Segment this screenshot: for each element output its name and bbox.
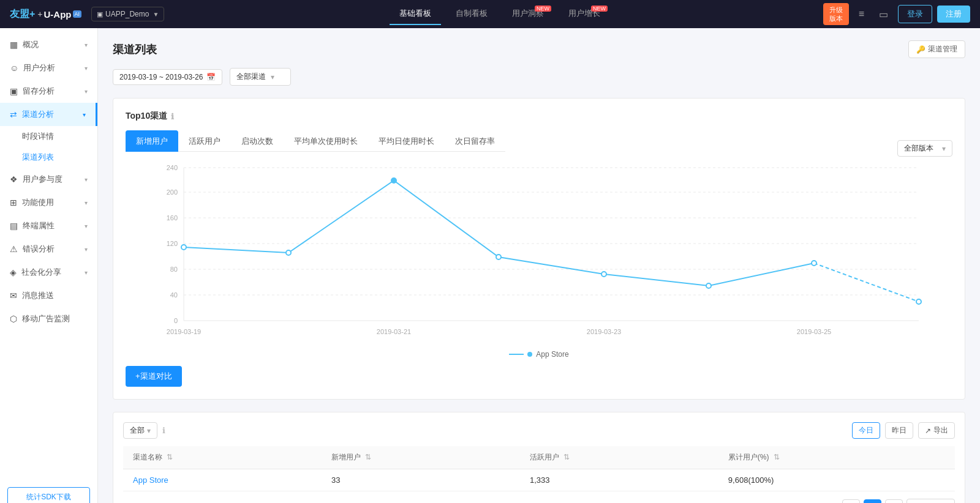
monitor-icon[interactable]: ▭ bbox=[874, 6, 893, 23]
col-cumulative: 累计用户(%) ⇅ bbox=[718, 446, 955, 469]
chart-tab-next-day[interactable]: 次日留存率 bbox=[445, 130, 505, 152]
sidebar-item-label-overview: 概况 bbox=[23, 39, 39, 50]
nav-tab-insights[interactable]: 用户洞察 NEW bbox=[502, 3, 554, 25]
layout: ▦ 概况 ▾ ☺ 用户分析 ▾ ▣ 留存分析 ▾ ⇄ 渠道分析 ▾ 时段详情 渠… bbox=[0, 28, 980, 503]
version-select[interactable]: 全部版本 ▾ bbox=[897, 140, 952, 157]
today-button[interactable]: 今日 bbox=[852, 422, 880, 439]
current-page-button[interactable]: 1 bbox=[864, 499, 881, 503]
terminal-arrow: ▾ bbox=[85, 223, 88, 229]
filter-select-text: 全部 bbox=[130, 425, 145, 436]
main-content: 渠道列表 🔑 渠道管理 2019-03-19 ~ 2019-03-26 📅 全部… bbox=[98, 28, 980, 503]
channel-filter-text: 全部渠道 bbox=[236, 72, 266, 82]
legend-dot bbox=[527, 352, 532, 357]
sidebar-item-user-analysis[interactable]: ☺ 用户分析 ▾ bbox=[0, 56, 97, 80]
sidebar-item-label-terminal: 终端属性 bbox=[23, 220, 55, 231]
sidebar-item-social[interactable]: ◈ 社会化分享 ▾ bbox=[0, 261, 97, 284]
sidebar-item-terminal[interactable]: ▤ 终端属性 ▾ bbox=[0, 214, 97, 237]
version-arrow: ▾ bbox=[942, 144, 946, 153]
sidebar-item-overview[interactable]: ▦ 概况 ▾ bbox=[0, 33, 97, 56]
sidebar-item-feature[interactable]: ⊞ 功能使用 ▾ bbox=[0, 191, 97, 214]
upgrade-button[interactable]: 升级 版本 bbox=[823, 3, 849, 26]
chart-tab-avg-daily[interactable]: 平均日使用时长 bbox=[368, 130, 445, 152]
sidebar-item-label-error: 错误分析 bbox=[23, 244, 55, 255]
svg-point-16 bbox=[286, 250, 291, 255]
sidebar-sub-channel-list-label: 渠道列表 bbox=[22, 152, 54, 163]
nav-tab-custom[interactable]: 自制看板 bbox=[446, 3, 497, 25]
sidebar-item-push[interactable]: ✉ 消息推送 bbox=[0, 284, 97, 307]
export-button[interactable]: ↗ 导出 bbox=[918, 422, 955, 439]
retention-icon: ▣ bbox=[10, 86, 18, 96]
sidebar-item-retention[interactable]: ▣ 留存分析 ▾ bbox=[0, 80, 97, 103]
chart-title: Top10渠道 ℹ bbox=[126, 111, 952, 122]
app-selector-label: UAPP_Demo bbox=[105, 10, 149, 18]
engagement-icon: ❖ bbox=[10, 174, 18, 184]
sidebar-item-error[interactable]: ⚠ 错误分析 ▾ bbox=[0, 237, 97, 261]
chart-tab-launches[interactable]: 启动次数 bbox=[231, 130, 284, 152]
channel-link[interactable]: App Store bbox=[133, 475, 168, 485]
sort-channel-icon[interactable]: ⇅ bbox=[167, 453, 173, 461]
push-icon: ✉ bbox=[10, 291, 17, 300]
sidebar-item-channel[interactable]: ⇄ 渠道分析 ▾ bbox=[0, 103, 97, 126]
sort-active-users-icon[interactable]: ⇅ bbox=[564, 453, 570, 461]
filter-info-icon[interactable]: ℹ bbox=[162, 426, 165, 435]
sidebar-item-label-retention: 留存分析 bbox=[23, 86, 55, 97]
table-section: 全部 ▾ ℹ 今日 昨日 ↗ 导出 bbox=[113, 412, 965, 503]
sidebar-item-engagement[interactable]: ❖ 用户参与度 ▾ bbox=[0, 168, 97, 191]
yesterday-button[interactable]: 昨日 bbox=[885, 422, 913, 439]
login-button[interactable]: 登录 bbox=[898, 5, 932, 23]
sidebar-item-label-user-analysis: 用户分析 bbox=[23, 62, 55, 73]
logo-plus: + bbox=[37, 9, 42, 19]
svg-text:80: 80 bbox=[170, 266, 178, 273]
engagement-arrow: ▾ bbox=[85, 176, 88, 183]
next-page-button[interactable]: > bbox=[885, 499, 903, 503]
legend-label: App Store bbox=[536, 350, 568, 359]
prev-page-button[interactable]: < bbox=[842, 499, 860, 503]
channel-manage-button[interactable]: 🔑 渠道管理 bbox=[908, 40, 965, 58]
channel-filter-select[interactable]: 全部渠道 ▾ bbox=[230, 68, 291, 86]
chart-legend: App Store bbox=[126, 350, 952, 359]
table-toolbar: 全部 ▾ ℹ 今日 昨日 ↗ 导出 bbox=[123, 422, 955, 439]
overview-icon: ▦ bbox=[10, 40, 18, 50]
compare-channel-button[interactable]: +渠道对比 bbox=[126, 366, 182, 387]
sidebar-item-label-social: 社会化分享 bbox=[21, 267, 61, 278]
insights-badge: NEW bbox=[535, 6, 551, 12]
sdk-download-button[interactable]: 统计SDK下载 bbox=[7, 487, 90, 503]
list-icon[interactable]: ≡ bbox=[854, 6, 869, 22]
feature-arrow: ▾ bbox=[85, 199, 88, 206]
svg-text:120: 120 bbox=[167, 240, 178, 247]
chart-tab-avg-single[interactable]: 平均单次使用时长 bbox=[284, 130, 368, 152]
nav-tab-growth[interactable]: 用户增长 NEW bbox=[559, 3, 610, 25]
sidebar-item-label-channel: 渠道分析 bbox=[22, 109, 54, 120]
sort-new-users-icon[interactable]: ⇅ bbox=[365, 453, 371, 461]
sort-cumulative-icon[interactable]: ⇅ bbox=[774, 453, 780, 461]
svg-text:2019-03-21: 2019-03-21 bbox=[377, 328, 411, 335]
chart-tabs: 新增用户 活跃用户 启动次数 平均单次使用时长 平均日使用时长 次日留存率 bbox=[126, 130, 505, 152]
chart-tab-new-users[interactable]: 新增用户 bbox=[126, 130, 178, 152]
app-selector[interactable]: ▣ UAPP_Demo ▼ bbox=[91, 7, 164, 21]
cell-channel-name: App Store bbox=[123, 469, 322, 491]
svg-point-22 bbox=[916, 299, 921, 304]
register-button[interactable]: 注册 bbox=[937, 6, 970, 23]
export-icon: ↗ bbox=[925, 427, 931, 435]
version-select-text: 全部版本 bbox=[904, 143, 933, 154]
page-size-select[interactable]: 10条/页 20条/页 50条/页 bbox=[907, 499, 955, 503]
chart-tab-active-users[interactable]: 活跃用户 bbox=[178, 130, 231, 152]
sidebar-sub-period-detail[interactable]: 时段详情 bbox=[0, 126, 97, 147]
date-picker[interactable]: 2019-03-19 ~ 2019-03-26 📅 bbox=[113, 69, 222, 85]
table-footer: < 1 > 10条/页 20条/页 50条/页 bbox=[123, 499, 955, 503]
svg-text:240: 240 bbox=[167, 164, 178, 171]
svg-text:0: 0 bbox=[174, 317, 178, 324]
sidebar-sub-channel-list[interactable]: 渠道列表 bbox=[0, 147, 97, 168]
nav-tab-basic[interactable]: 基础看板 bbox=[390, 3, 441, 25]
top-nav: 友盟+ + U-App AI ▣ UAPP_Demo ▼ 基础看板 自制看板 用… bbox=[0, 0, 980, 28]
all-filter-select[interactable]: 全部 ▾ bbox=[123, 422, 157, 439]
chart-section: Top10渠道 ℹ 新增用户 活跃用户 启动次数 平均单次使用时长 平均日使用时… bbox=[113, 98, 965, 400]
sidebar: ▦ 概况 ▾ ☺ 用户分析 ▾ ▣ 留存分析 ▾ ⇄ 渠道分析 ▾ 时段详情 渠… bbox=[0, 28, 98, 503]
col-new-users: 新增用户 ⇅ bbox=[322, 446, 520, 469]
cell-new-users: 33 bbox=[322, 469, 520, 491]
info-icon[interactable]: ℹ bbox=[171, 112, 174, 121]
overview-arrow: ▾ bbox=[85, 42, 88, 48]
svg-point-20 bbox=[706, 283, 711, 288]
col-active-users: 活跃用户 ⇅ bbox=[520, 446, 718, 469]
sidebar-item-ads[interactable]: ⬡ 移动广告监测 bbox=[0, 307, 97, 330]
